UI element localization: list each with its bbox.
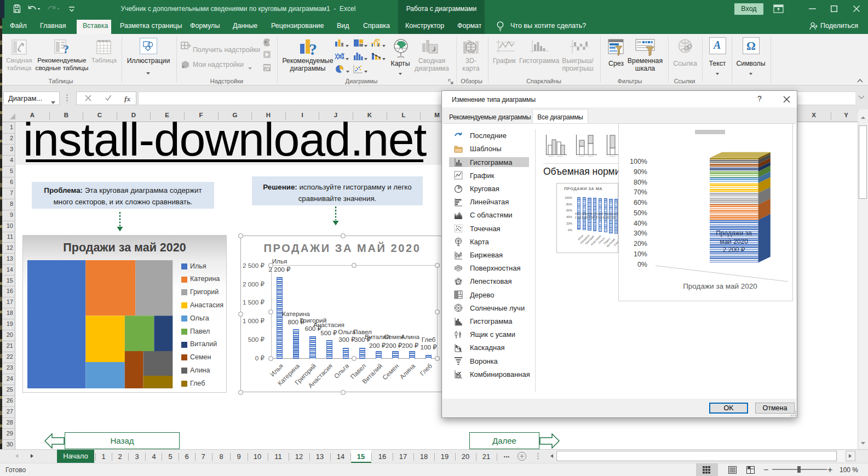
svg-text:fx: fx <box>124 95 130 102</box>
svg-text:?: ? <box>63 42 69 55</box>
svg-text:v: v <box>265 40 267 44</box>
svg-text:?: ? <box>309 40 317 56</box>
